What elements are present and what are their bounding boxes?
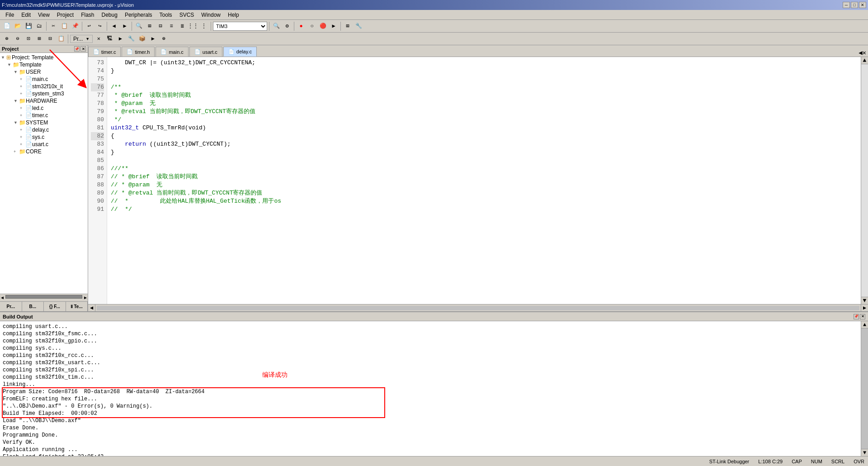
menu-edit[interactable]: Edit	[18, 11, 34, 19]
tree-timer-c[interactable]: + 📄 timer.c	[1, 112, 87, 119]
tab-delay-c[interactable]: 📄 delay.c	[223, 47, 257, 57]
pin-btn[interactable]: 📌	[74, 46, 80, 52]
minimize-button[interactable]: ─	[843, 2, 850, 8]
t19[interactable]: ✕	[94, 34, 104, 44]
t20[interactable]: 🏗	[104, 34, 114, 44]
t4[interactable]: ≣	[177, 21, 187, 31]
find-btn[interactable]: 🔍	[134, 21, 144, 31]
t10[interactable]: ▶	[329, 21, 339, 31]
nav-fwd-btn[interactable]: ▶	[120, 21, 130, 31]
tree-hardware-folder[interactable]: ▼ 📁 HARDWARE	[1, 97, 87, 105]
tab-timer-c[interactable]: 📄 timer.c	[88, 47, 121, 57]
menu-view[interactable]: View	[34, 11, 53, 19]
tab-main-c[interactable]: 📄 main.c	[156, 47, 188, 57]
tree-project-root[interactable]: ▼ ⊞ Project: Template	[1, 54, 87, 61]
open-btn[interactable]: 📂	[13, 21, 23, 31]
build-vscroll[interactable]: ▲ ▼	[861, 321, 868, 456]
t16[interactable]: ⊞	[34, 34, 44, 44]
tree-scroll-right[interactable]: ▶	[84, 295, 87, 300]
close-button[interactable]: ✕	[859, 2, 866, 8]
vscroll-up[interactable]: ▲	[861, 57, 868, 64]
stop-btn[interactable]: ○	[307, 21, 317, 31]
build-pin-btn[interactable]: 📌	[854, 314, 859, 319]
vscroll-thumb[interactable]	[861, 64, 868, 297]
tab-scroll-right[interactable]: ✕	[863, 49, 866, 57]
tree-scrollbar-h[interactable]	[5, 295, 82, 299]
save-all-btn[interactable]: 🗂	[34, 21, 44, 31]
redo-btn[interactable]: ↪	[95, 21, 105, 31]
tab-templates[interactable]: Ⅱ Te...	[66, 302, 88, 311]
build-vscroll-up[interactable]: ▲	[861, 321, 868, 328]
menu-flash[interactable]: Flash	[77, 11, 98, 19]
template-dropdown-icon[interactable]: ▼	[85, 37, 90, 41]
menu-tools[interactable]: Tools	[156, 11, 176, 19]
hscroll-left[interactable]: ◀	[88, 304, 95, 312]
tab-usart-c[interactable]: 📄 usart.c	[189, 47, 222, 57]
hscroll-right[interactable]: ▶	[861, 304, 868, 312]
paste-btn[interactable]: 📌	[70, 21, 80, 31]
t15[interactable]: ⊡	[24, 34, 33, 44]
menu-window[interactable]: Window	[198, 11, 224, 19]
vscroll-down[interactable]: ▼	[861, 297, 868, 304]
code-hscroll[interactable]: ◀ ▶	[88, 304, 868, 311]
save-btn[interactable]: 💾	[24, 21, 33, 31]
nav-back-btn[interactable]: ◀	[109, 21, 119, 31]
tree-sys-c[interactable]: + 📄 sys.c	[1, 133, 87, 141]
t8[interactable]: ⚙	[282, 21, 292, 31]
tree-template[interactable]: ▼ 📁 Template	[1, 61, 87, 68]
menu-debug[interactable]: Debug	[98, 11, 121, 19]
tree-user-folder[interactable]: ▼ 📁 USER	[1, 68, 87, 76]
t13[interactable]: ⊕	[2, 34, 12, 44]
t9[interactable]: 🔴	[318, 21, 328, 31]
tree-main-c[interactable]: + 📄 main.c	[1, 76, 87, 83]
tree-core-folder[interactable]: + 📁 CORE	[1, 148, 87, 155]
t5[interactable]: ⋮⋮	[188, 21, 198, 31]
menu-svcs[interactable]: SVCS	[176, 11, 198, 19]
t22[interactable]: 🔧	[126, 34, 136, 44]
t6[interactable]: ⋮	[199, 21, 209, 31]
menu-project[interactable]: Project	[53, 11, 77, 19]
t17[interactable]: ⊟	[45, 34, 55, 44]
t7[interactable]: 🔍	[271, 21, 281, 31]
build-vscroll-down[interactable]: ▼	[861, 449, 868, 456]
t24[interactable]: ▶	[148, 34, 158, 44]
t18[interactable]: 📋	[56, 34, 66, 44]
t25[interactable]: ⊕	[159, 34, 169, 44]
t21[interactable]: ▶	[115, 34, 125, 44]
undo-btn[interactable]: ↩	[84, 21, 94, 31]
tab-books[interactable]: B...	[22, 302, 44, 311]
t2[interactable]: ⊟	[156, 21, 165, 31]
tree-scroll-left[interactable]: ◀	[1, 295, 4, 300]
menu-file[interactable]: File	[2, 11, 18, 19]
tab-project[interactable]: Pr...	[0, 302, 22, 311]
t12[interactable]: 🔧	[354, 21, 363, 31]
t1[interactable]: ⊞	[145, 21, 155, 31]
tab-functions[interactable]: {} F...	[44, 302, 66, 311]
build-vscroll-thumb[interactable]	[861, 328, 868, 449]
code-content[interactable]: DWT_CR |= (uint32_t)DWT_CR_CYCCNTENA; } …	[107, 57, 861, 304]
tab-scroll-left[interactable]: ◀	[859, 49, 862, 57]
maximize-button[interactable]: □	[851, 2, 858, 8]
target-select[interactable]: TIM3	[213, 22, 267, 31]
build-close-btn[interactable]: ✕	[860, 314, 865, 319]
tree-system-folder[interactable]: ▼ 📁 SYSTEM	[1, 119, 87, 126]
hscroll-thumb[interactable]	[97, 306, 859, 310]
menu-peripherals[interactable]: Peripherals	[121, 11, 156, 19]
cut-btn[interactable]: ✂	[48, 21, 58, 31]
tree-led-c[interactable]: + 📄 led.c	[1, 105, 87, 112]
run-btn[interactable]: ●	[296, 21, 306, 31]
menu-help[interactable]: Help	[224, 11, 243, 19]
panel-close-btn[interactable]: ✕	[80, 46, 86, 52]
tree-usart-c[interactable]: + 📄 usart.c	[1, 141, 87, 148]
t14[interactable]: ⊖	[13, 34, 23, 44]
code-vscroll[interactable]: ▲ ▼	[861, 57, 868, 304]
t11[interactable]: ⊞	[343, 21, 353, 31]
copy-btn[interactable]: 📋	[59, 21, 69, 31]
tab-timer-h[interactable]: 📄 timer.h	[122, 47, 155, 57]
tree-system[interactable]: + 📄 system_stm3	[1, 90, 87, 97]
t3[interactable]: ≡	[166, 21, 176, 31]
new-btn[interactable]: 📄	[2, 21, 12, 31]
t23[interactable]: 📦	[137, 34, 147, 44]
tree-delay-c[interactable]: + 📄 delay.c	[1, 126, 87, 133]
tree-stm32it[interactable]: + 📄 stm32f10x_it	[1, 83, 87, 90]
